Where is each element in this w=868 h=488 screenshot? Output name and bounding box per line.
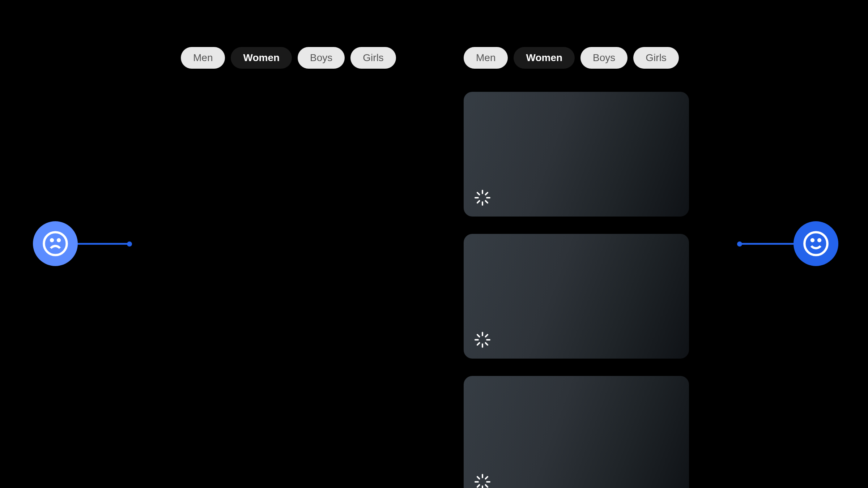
tab-men[interactable]: Men [181, 47, 225, 69]
connector-dot-left [127, 241, 132, 247]
svg-line-20 [477, 343, 480, 345]
svg-point-2 [58, 239, 60, 241]
svg-line-21 [485, 335, 488, 337]
happy-face-indicator [793, 221, 838, 266]
svg-line-28 [477, 485, 480, 487]
tab-girls[interactable]: Girls [350, 47, 396, 69]
svg-point-0 [44, 232, 67, 255]
svg-point-1 [51, 239, 53, 241]
tab-girls[interactable]: Girls [633, 47, 679, 69]
skeleton-card [464, 92, 689, 217]
tab-boys[interactable]: Boys [580, 47, 627, 69]
loading-spinner-icon [474, 189, 491, 206]
skeleton-card [464, 376, 689, 488]
svg-line-13 [485, 193, 488, 195]
svg-point-5 [818, 239, 820, 241]
connector-dot-right [737, 241, 742, 247]
connector-line-left [78, 243, 128, 245]
sad-face-indicator [33, 221, 78, 266]
left-tabs: Men Women Boys Girls [181, 47, 406, 69]
tab-boys[interactable]: Boys [298, 47, 345, 69]
loading-spinner-icon [474, 331, 491, 348]
tab-men[interactable]: Men [464, 47, 508, 69]
svg-line-25 [485, 485, 488, 487]
svg-line-12 [477, 201, 480, 203]
smile-icon [802, 230, 830, 257]
svg-point-3 [804, 232, 827, 255]
frown-icon [42, 230, 69, 257]
connector-line-right [739, 243, 793, 245]
svg-line-29 [485, 477, 488, 479]
svg-line-8 [477, 193, 480, 195]
tab-women[interactable]: Women [514, 47, 575, 69]
svg-line-24 [477, 477, 480, 479]
loading-spinner-icon [474, 473, 491, 488]
skeleton-card [464, 234, 689, 359]
tab-women[interactable]: Women [231, 47, 292, 69]
right-panel: Men Women Boys Girls [464, 47, 689, 488]
left-panel: Men Women Boys Girls [181, 47, 406, 92]
svg-point-4 [812, 239, 813, 241]
svg-line-9 [485, 201, 488, 203]
svg-line-16 [477, 335, 480, 337]
svg-line-17 [485, 343, 488, 345]
right-tabs: Men Women Boys Girls [464, 47, 689, 69]
